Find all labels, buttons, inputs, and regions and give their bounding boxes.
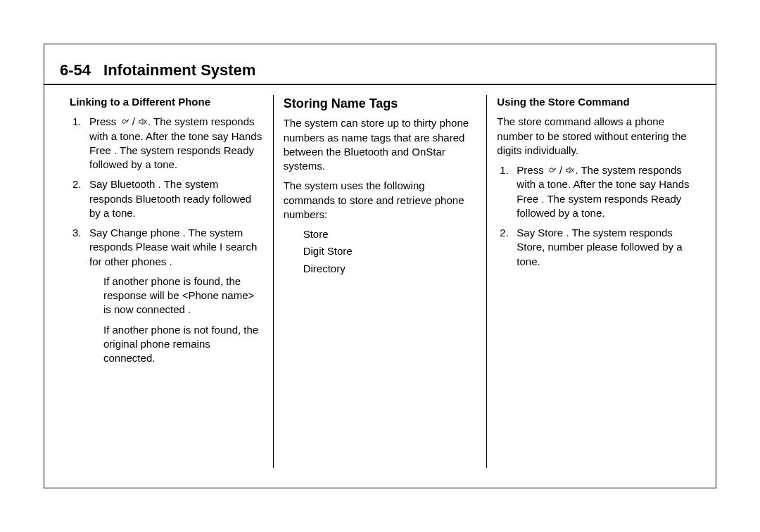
col1-heading: Linking to a Different Phone [70, 95, 263, 109]
voice-mute-icon [565, 165, 575, 175]
step-text-pre: Press [517, 164, 547, 176]
col3-step-2: 2. Say Store . The system responds Store… [497, 226, 690, 269]
command-list: Store Digit Store Directory [284, 227, 477, 276]
phone-receiver-icon [547, 165, 557, 175]
col1-step-3: 3. Say Change phone . The system respond… [70, 226, 263, 269]
step-text: Say Change phone . The system responds P… [89, 227, 257, 267]
step-number: 3. [72, 226, 82, 240]
command-item: Directory [303, 262, 477, 276]
col2-title: Storing Name Tags [284, 95, 477, 112]
col3-para-1: The store command allows a phone number … [497, 115, 690, 158]
step-text: Say Store . The system responds Store, n… [517, 227, 682, 267]
col2-para-1: The system can store up to thirty phone … [284, 116, 477, 173]
header-line: 6-54Infotainment System [60, 61, 700, 80]
col2-para-2: The system uses the following commands t… [284, 179, 477, 222]
step-text: Say Bluetooth . The system responds Blue… [89, 178, 251, 219]
content-columns: Linking to a Different Phone 1. Press / … [44, 85, 716, 483]
step-number: 2. [500, 226, 509, 240]
column-2: Storing Name Tags The system can store u… [273, 95, 487, 468]
step-number: 2. [72, 177, 82, 191]
column-1: Linking to a Different Phone 1. Press / … [60, 95, 273, 468]
phone-receiver-icon [120, 117, 129, 127]
chapter-title: Infotainment System [103, 61, 255, 79]
slash: / [557, 164, 566, 176]
col3-heading: Using the Store Command [497, 95, 690, 109]
slash: / [129, 115, 139, 127]
col1-steps: 1. Press / . The system responds with a … [70, 115, 263, 269]
voice-mute-icon [138, 117, 148, 127]
command-item: Digit Store [303, 244, 477, 258]
col1-sub-2: If another phone is not found, the origi… [70, 323, 263, 366]
step-number: 1. [72, 115, 82, 129]
col1-step-1: 1. Press / . The system responds with a … [70, 115, 263, 172]
column-3: Using the Store Command The store comman… [486, 95, 700, 468]
page-number: 6-54 [60, 61, 91, 79]
col1-step-2: 2. Say Bluetooth . The system responds B… [70, 177, 263, 220]
col3-steps: 1. Press / . The system responds with a … [497, 163, 690, 269]
manual-page: 6-54Infotainment System Linking to a Dif… [44, 44, 716, 488]
col3-step-1: 1. Press / . The system responds with a … [497, 163, 690, 220]
page-header: 6-54Infotainment System [44, 44, 716, 85]
step-number: 1. [500, 163, 509, 177]
step-text-pre: Press [89, 115, 120, 127]
command-item: Store [303, 227, 477, 241]
col1-sub-1: If another phone is found, the response … [70, 274, 263, 317]
